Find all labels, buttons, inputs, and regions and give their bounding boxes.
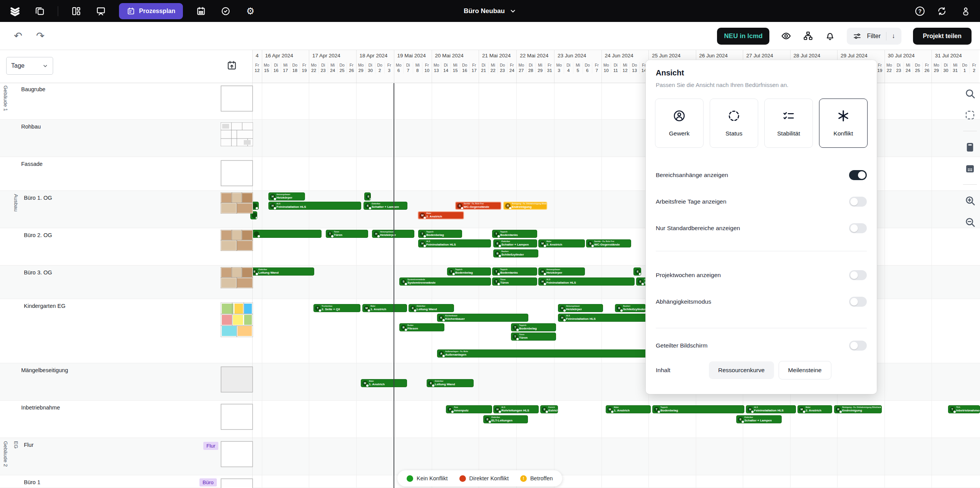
row-label[interactable]: Flur <box>24 442 34 448</box>
task-bar[interactable]: EElektrikerSchalter + Lampen <box>736 415 782 423</box>
toggle-switch[interactable] <box>849 270 867 280</box>
task-bar[interactable]: BBodenFliesen <box>399 323 444 331</box>
task-bar[interactable]: RReinigung - Fa. Orbitalreinigung Blitzb… <box>834 405 882 413</box>
task-bar[interactable]: SSanitär - Fa. Rohr FreiWC-Gegenstände <box>586 239 631 247</box>
meilensteine-button[interactable]: Meilensteine <box>779 361 831 379</box>
marquee-select-icon[interactable] <box>964 109 976 121</box>
row-label[interactable]: Fassade <box>21 161 43 167</box>
ressourcenkurve-button[interactable]: Ressourcenkurve <box>709 361 774 379</box>
notes-card-icon[interactable] <box>964 141 976 153</box>
task-bar[interactable]: TTeppichBodentanks <box>492 267 537 276</box>
area-chip[interactable]: Flur <box>203 442 218 450</box>
task-bar[interactable]: EElektrikerLeitung Wand <box>250 267 314 276</box>
task-bar[interactable]: EElektrikerSchalter + Lampen <box>364 202 407 210</box>
projects-icon[interactable] <box>33 5 46 18</box>
row-thumbnail[interactable] <box>221 85 253 112</box>
calendar-icon[interactable] <box>194 5 208 18</box>
task-bar[interactable]: TTeppichBodentanks <box>492 230 537 238</box>
area-chip[interactable]: Büro <box>199 478 217 486</box>
task-bar[interactable]: HHeizungsbauerHeizkörper <box>538 267 585 276</box>
row-thumbnail[interactable] <box>221 441 253 467</box>
lcmd-logo-icon[interactable] <box>8 5 22 18</box>
task-bar[interactable]: HHLSFeininstallation HLS <box>538 277 635 286</box>
task-bar[interactable]: HHLSRohrleitungen HLS <box>493 405 539 413</box>
task-bar[interactable]: HHeizungsbauerHeizkörper <box>268 192 305 201</box>
tasks-clock-icon[interactable] <box>219 5 232 18</box>
row-thumbnail[interactable] <box>221 230 253 251</box>
row-label[interactable]: Mängelbeseitigung <box>21 367 68 373</box>
filter-button[interactable]: Filter ↓ <box>847 28 901 45</box>
dashboard-icon[interactable] <box>70 5 83 18</box>
task-bar[interactable]: TTGAInbetriebnahmen TGA <box>948 405 980 413</box>
search-icon[interactable] <box>964 88 976 99</box>
watch-eye-icon[interactable] <box>781 31 791 41</box>
calendar-export-icon[interactable] <box>226 60 237 71</box>
task-bar[interactable]: TTeppichBodenbelag <box>447 267 491 276</box>
view-mode-card-stabilität[interactable]: Stabilität <box>764 99 813 148</box>
task-bar[interactable]: TTeppichBodenbelag <box>652 405 744 413</box>
task-bar[interactable]: TTrockenbau2. Seite + Q3 <box>313 304 360 312</box>
filter-download-arrow-icon[interactable]: ↓ <box>892 32 895 40</box>
task-bar[interactable]: BBauherrSchließzylinder <box>615 304 646 312</box>
task-bar[interactable]: HHLSFeininstallation HLS <box>746 405 796 413</box>
task-bar[interactable]: TTürenTüren <box>492 277 537 286</box>
view-mode-card-gewerk[interactable]: Gewerk <box>655 99 704 148</box>
row-thumbnail[interactable] <box>221 267 253 288</box>
view-mode-card-konflikt[interactable]: Konflikt <box>819 99 868 148</box>
toggle-switch[interactable] <box>849 297 867 307</box>
task-bar[interactable]: EElektrikerLeitung Wand <box>409 304 454 312</box>
task-bar[interactable]: MMaler2. Anstrich <box>418 211 464 219</box>
project-title[interactable]: Büro Neubau <box>464 7 505 15</box>
row-thumbnail[interactable] <box>221 160 253 186</box>
task-bar[interactable]: KKüchenbauerKüchenbauer <box>437 314 528 322</box>
task-bar[interactable]: MMaler2. Anstrich <box>797 405 832 413</box>
task-bar[interactable] <box>252 230 322 238</box>
row-thumbnail[interactable] <box>221 478 253 488</box>
prozessplan-button[interactable]: Prozessplan <box>119 3 183 19</box>
task-bar[interactable]: BBauherrSchließzylinder <box>493 249 538 257</box>
task-bar[interactable]: EElektrikerELT-Leitungen <box>483 415 528 423</box>
task-bar[interactable]: HHLSFeininstallation HLS <box>418 239 491 247</box>
row-label[interactable]: Büro 3. OG <box>24 269 52 276</box>
share-project-button[interactable]: Projekt teilen <box>913 28 972 45</box>
task-bar[interactable]: SSystemtrennwändeSystemtrennwände <box>399 277 491 286</box>
task-bar[interactable]: MMaler1. Anstrich <box>361 379 407 387</box>
row-thumbnail[interactable] <box>221 366 253 393</box>
toggle-switch[interactable] <box>849 341 867 351</box>
toggle-switch[interactable] <box>849 223 867 233</box>
row-label[interactable]: Büro 1. OG <box>24 195 52 201</box>
task-bar[interactable]: HHeizungsbauerHeizkörper <box>558 304 603 312</box>
task-bar[interactable]: TTeppichBodenbelag <box>511 323 556 331</box>
task-bar[interactable]: MMaler2. Anstrich <box>538 239 585 247</box>
task-bar[interactable]: PPutzInnenputz <box>446 405 492 413</box>
task-bar[interactable]: EEstrichEstrich <box>540 405 558 413</box>
whiteboard-icon[interactable] <box>94 5 107 18</box>
notifications-bell-icon[interactable] <box>825 31 835 41</box>
task-bar[interactable]: RReinigung - Fa. Orbitalreinigung Blitzb… <box>503 202 547 210</box>
settings-gear-icon[interactable]: ⚙ <box>244 5 257 18</box>
task-bar[interactable]: HHLSFeininstallation HLS <box>268 202 361 210</box>
sync-icon[interactable] <box>935 5 948 18</box>
redo-icon[interactable]: ↷ <box>36 30 45 42</box>
task-bar[interactable]: EElektrikerSchalter + Lampen <box>493 239 537 247</box>
row-label[interactable]: Rohbau <box>21 124 41 130</box>
row-thumbnail[interactable] <box>221 302 253 337</box>
row-label[interactable]: Baugrube <box>21 86 45 92</box>
row-thumbnail[interactable] <box>221 404 253 430</box>
neu-in-lcmd-badge[interactable]: NEU in lcmd <box>717 28 769 45</box>
row-label[interactable]: Kindergarten EG <box>24 303 65 309</box>
row-thumbnail[interactable] <box>221 122 253 146</box>
undo-icon[interactable]: ↶ <box>14 30 22 42</box>
row-label[interactable]: Inbetriebnahme <box>21 404 60 411</box>
task-bar[interactable]: HHeizungsbauerHeizkörper <box>372 230 414 238</box>
calendar-filled-icon[interactable] <box>964 163 976 174</box>
help-icon[interactable]: ? <box>915 7 925 16</box>
zoom-in-icon[interactable] <box>964 195 976 206</box>
task-bar[interactable]: EElektrikerLeitung Wand <box>427 379 474 387</box>
task-bar[interactable]: HHLSFeininstallation HLS <box>558 314 648 322</box>
task-bar[interactable]: MMaler1. Anstrich <box>362 304 407 312</box>
structure-icon[interactable] <box>803 31 813 41</box>
task-bar[interactable]: TTürenTüren <box>511 333 556 341</box>
row-thumbnail[interactable] <box>221 192 253 214</box>
project-chevron-down-icon[interactable] <box>509 8 516 15</box>
